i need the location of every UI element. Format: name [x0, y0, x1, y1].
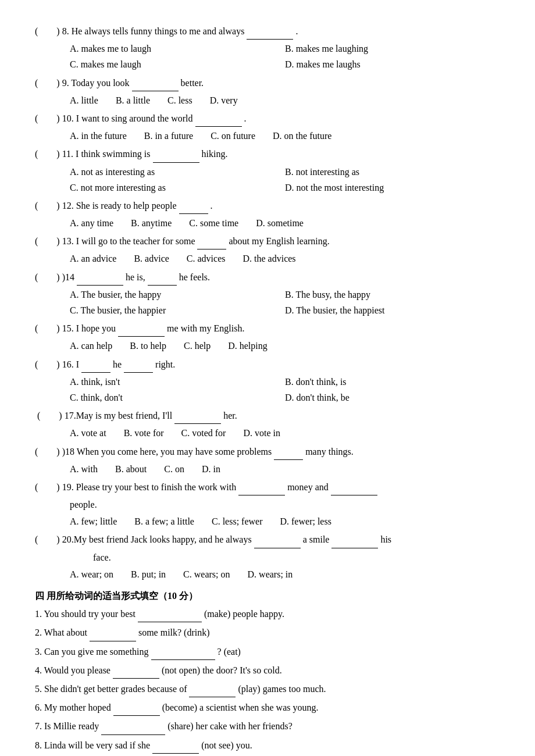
q14-blank1: [77, 269, 123, 286]
s4q6-text: 6. My mother hoped: [35, 702, 113, 712]
q12-paren: ( ): [35, 198, 60, 213]
q13-opt-a: A. an advice: [70, 251, 116, 266]
q13-paren: ( ): [35, 233, 60, 249]
q11-opt-b: B. not interesting as: [285, 164, 500, 180]
q19-opt-c: C. less; fewer: [212, 513, 263, 529]
q11-text: 11. I think swimming is: [62, 149, 153, 159]
q15-opt-d: D. helping: [228, 338, 268, 354]
s4q7-hint: (share) her cake with her friends?: [167, 721, 293, 731]
s4q8-hint: (not see) you.: [201, 740, 252, 750]
question-20: ( ) 20.My best friend Jack looks happy, …: [35, 532, 500, 582]
q9-options: A. little B. a little C. less D. very: [70, 92, 500, 108]
s4q4-blank: [113, 662, 159, 679]
q13-blank: [197, 233, 226, 249]
s4q2-hint: some milk? (drink): [138, 627, 210, 637]
q10-opt-c: C. on future: [211, 128, 255, 144]
q12-text: 12. She is ready to help people: [62, 201, 179, 211]
q9-opt-d: D. very: [210, 92, 238, 108]
q14-opt-a: A. The busier, the happy: [70, 287, 285, 302]
q11-opt-a: A. not as interesting as: [70, 164, 285, 180]
q14-end: he feels.: [179, 272, 210, 282]
q10-opt-a: A. in the future: [70, 128, 127, 144]
q17-opt-a: A. vote at: [70, 425, 106, 441]
q15-end: me with my English.: [167, 323, 244, 333]
s4q1-blank: [138, 606, 202, 622]
q9-text: 9. Today you look: [62, 78, 132, 88]
q15-opt-a: A. can help: [70, 338, 112, 354]
s4q5-hint: (play) games too much.: [238, 684, 326, 694]
q19-continuation: people.: [70, 500, 97, 509]
question-19: ( ) 19. Please try your best to finish t…: [35, 479, 500, 530]
q14-blank2: [148, 269, 177, 286]
q15-blank: [118, 320, 165, 337]
q9-opt-a: A. little: [70, 92, 98, 108]
question-12: ( ) 12. She is ready to help people . A.…: [35, 198, 500, 231]
q20-options: A. wear; on B. put; in C. wears; on D. w…: [70, 566, 500, 582]
q10-opt-b: B. in a future: [144, 128, 193, 144]
q20-blank2: [331, 532, 378, 548]
q16-text1: 16. I: [62, 359, 81, 369]
q10-end: .: [244, 113, 247, 123]
q9-opt-b: B. a little: [116, 92, 150, 108]
q16-opt-c: C. think, don't: [70, 390, 285, 405]
section4-q8: 8. Linda will be very sad if she (not se…: [35, 737, 500, 754]
q14-opt-b: B. The busy, the happy: [285, 287, 500, 302]
s4q4-text: 4. Would you please: [35, 665, 113, 675]
q10-options: A. in the future B. in a future C. on fu…: [70, 128, 500, 144]
q10-opt-d: D. on the future: [273, 128, 331, 144]
q14-label: )14: [62, 272, 77, 282]
q17-options: A. vote at B. vote for C. voted for D. v…: [70, 425, 500, 441]
s4q7-blank: [101, 718, 165, 734]
q11-end: hiking.: [202, 149, 228, 159]
question-17: ( ) 17.May is my best friend, I'll her. …: [35, 408, 500, 441]
s4q3-hint: ? (eat): [217, 647, 241, 657]
question-9: ( ) 9. Today you look better. A. little …: [35, 75, 500, 108]
s4q8-text: 8. Linda will be very sad if she: [35, 740, 152, 750]
q17-blank: [174, 408, 221, 424]
q17-opt-d: D. vote in: [243, 425, 280, 441]
q19-opt-d: D. fewer; less: [280, 513, 331, 529]
question-15: ( ) 15. I hope you me with my English. A…: [35, 320, 500, 354]
q20-mid: a smile: [303, 534, 332, 544]
section4-q7: 7. Is Millie ready (share) her cake with…: [35, 718, 500, 734]
q20-end: his: [380, 534, 391, 544]
q18-opt-c: C. on: [164, 461, 184, 477]
q14-mid: he is,: [126, 272, 148, 282]
section4-q1: 1. You should try your best (make) peopl…: [35, 606, 500, 622]
q16-opt-d: D. don't think, be: [285, 390, 500, 405]
q19-paren: ( ): [35, 479, 60, 495]
q12-opt-d: D. sometime: [256, 215, 304, 231]
q14-options: A. The busier, the happy B. The busy, th…: [70, 287, 500, 318]
q16-paren: ( ): [35, 356, 60, 372]
q14-opt-d: D. The busier, the happiest: [285, 302, 500, 318]
q11-opt-d: D. not the most interesting: [285, 180, 500, 195]
q11-paren: ( ): [35, 146, 60, 162]
question-11: ( ) 11. I think swimming is hiking. A. n…: [35, 146, 500, 195]
q12-opt-b: B. anytime: [131, 215, 172, 231]
question-13: ( ) 13. I will go to the teacher for som…: [35, 233, 500, 266]
q19-options: A. few; little B. a few; a little C. les…: [70, 513, 500, 529]
s4q3-text: 3. Can you give me something: [35, 647, 151, 657]
s4q3-blank: [151, 644, 215, 660]
question-16: ( ) 16. I he right. A. think, isn't B. d…: [35, 356, 500, 406]
q13-options: A. an advice B. advice C. advices D. the…: [70, 251, 500, 266]
q14-opt-c: C. The busier, the happier: [70, 302, 285, 318]
q18-opt-d: D. in: [202, 461, 220, 477]
q9-opt-c: C. less: [167, 92, 192, 108]
q20-opt-d: D. wears; in: [248, 566, 293, 582]
q12-end: .: [211, 201, 213, 211]
q13-text: 13. I will go to the teacher for some: [62, 236, 198, 246]
q11-options: A. not as interesting as B. not interest…: [70, 164, 500, 195]
q12-opt-a: A. any time: [70, 215, 113, 231]
q12-options: A. any time B. anytime C. some time D. s…: [70, 215, 500, 231]
s4q8-blank: [152, 737, 199, 754]
q20-text: 20.My best friend Jack looks happy, and …: [62, 534, 254, 544]
section4-header: 四 用所给动词的适当形式填空（10 分）: [35, 588, 500, 604]
q10-text: 10. I want to sing around the world: [62, 113, 195, 123]
q16-options: A. think, isn't B. don't think, is C. th…: [70, 374, 500, 405]
q9-paren: ( ): [35, 75, 60, 91]
q20-blank1: [254, 532, 301, 548]
q16-blank1: [81, 356, 110, 373]
s4q6-hint: (become) a scientist when she was young.: [162, 702, 319, 712]
q19-opt-b: B. a few; a little: [134, 513, 194, 529]
